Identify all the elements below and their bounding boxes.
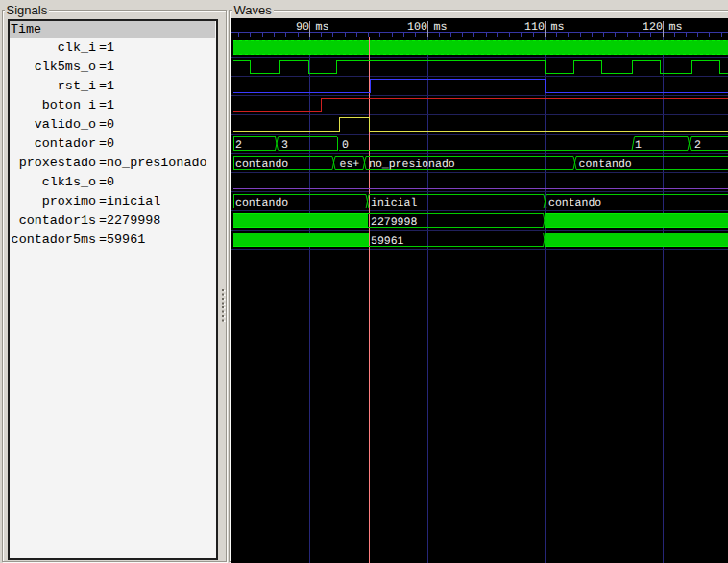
svg-text:ms: ms bbox=[434, 20, 448, 34]
svg-text:110: 110 bbox=[524, 20, 545, 34]
svg-text:ms: ms bbox=[669, 20, 683, 34]
svg-text:1: 1 bbox=[635, 139, 642, 152]
svg-text:3: 3 bbox=[281, 139, 288, 152]
svg-text:es+: es+ bbox=[340, 159, 360, 171]
svg-text:2: 2 bbox=[235, 139, 242, 152]
svg-text:100: 100 bbox=[407, 20, 427, 34]
svg-text:ms: ms bbox=[316, 20, 329, 34]
svg-text:120: 120 bbox=[643, 20, 663, 34]
svg-text:contando: contando bbox=[235, 197, 288, 209]
svg-text:59961: 59961 bbox=[371, 235, 404, 248]
svg-text:2: 2 bbox=[694, 139, 701, 152]
svg-text:0: 0 bbox=[342, 139, 349, 152]
svg-text:90: 90 bbox=[296, 20, 309, 34]
svg-text:no_presionado: no_presionado bbox=[369, 159, 455, 171]
svg-text:2279998: 2279998 bbox=[371, 216, 417, 229]
svg-text:ms: ms bbox=[551, 20, 565, 34]
svg-text:contando: contando bbox=[579, 159, 632, 171]
svg-text:contando: contando bbox=[548, 197, 601, 209]
svg-text:inicial: inicial bbox=[371, 197, 417, 209]
svg-text:contando: contando bbox=[235, 159, 288, 171]
